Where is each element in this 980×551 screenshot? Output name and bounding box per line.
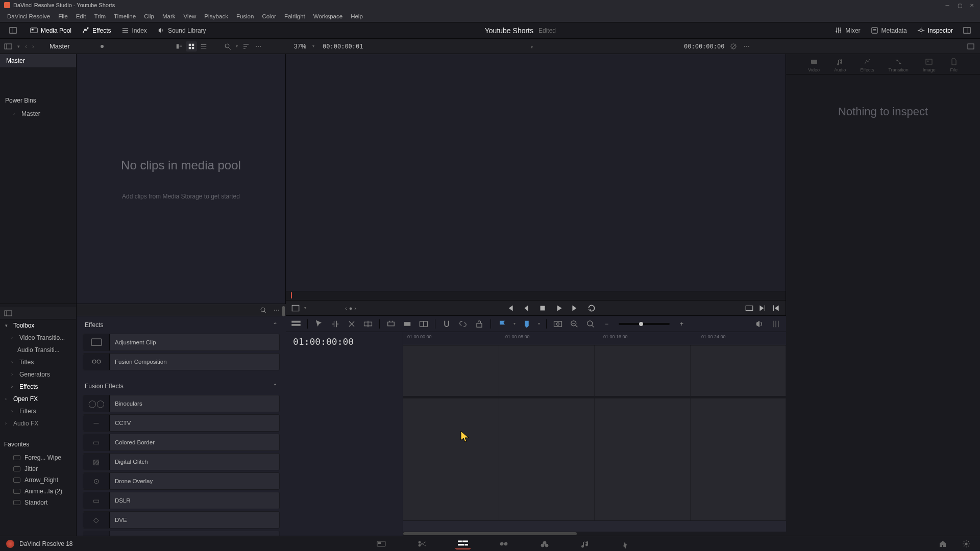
- page-fairlight[interactable]: [578, 538, 593, 549]
- blade-tool[interactable]: [363, 319, 373, 329]
- fav-item-2[interactable]: Arrow_Right: [0, 474, 76, 486]
- view-thumbnail-button[interactable]: [186, 41, 197, 52]
- menu-file[interactable]: File: [54, 13, 72, 19]
- page-edit[interactable]: [455, 538, 471, 549]
- menu-color[interactable]: Color: [258, 13, 280, 19]
- search-icon[interactable]: [224, 42, 232, 51]
- timeline-options-icon[interactable]: [771, 319, 781, 329]
- viewer-tc-left[interactable]: 00:00:00:01: [323, 43, 363, 50]
- inspector-tab-file[interactable]: File: [950, 58, 958, 72]
- layout-right-button[interactable]: [959, 24, 975, 36]
- go-end-button[interactable]: [571, 304, 580, 313]
- cat-generators[interactable]: ›Generators: [0, 368, 76, 381]
- zoom-out-button[interactable]: −: [605, 320, 608, 328]
- inspector-tab-audio[interactable]: Audio: [834, 58, 846, 72]
- metadata-button[interactable]: Metadata: [867, 24, 911, 36]
- index-button[interactable]: Index: [117, 24, 151, 36]
- match-frame-button[interactable]: [745, 304, 754, 313]
- flag-button[interactable]: [497, 319, 507, 329]
- menu-fusion[interactable]: Fusion: [232, 13, 258, 19]
- go-start-button[interactable]: [505, 304, 514, 313]
- zoom-slider[interactable]: [619, 323, 670, 325]
- effect-cctv[interactable]: ─CCTV: [83, 414, 280, 432]
- link-button[interactable]: [458, 319, 468, 329]
- fav-item-1[interactable]: Jitter: [0, 463, 76, 474]
- menu-clip[interactable]: Clip: [140, 13, 158, 19]
- effects-search-icon[interactable]: [259, 306, 267, 314]
- cat-effects[interactable]: ›Effects: [0, 381, 76, 393]
- media-pool[interactable]: No clips in media pool Add clips from Me…: [77, 54, 286, 304]
- cat-filters[interactable]: ›Filters: [0, 405, 76, 417]
- viewer-scrubber[interactable]: [286, 291, 786, 300]
- zoom-in-button[interactable]: +: [680, 320, 683, 328]
- options-icon[interactable]: ⋯: [254, 42, 262, 51]
- timeline-view-button[interactable]: [291, 319, 301, 329]
- menu-davinci[interactable]: DaVinci Resolve: [3, 13, 54, 19]
- page-deliver[interactable]: [619, 538, 634, 549]
- selection-tool[interactable]: [314, 319, 324, 329]
- mute-button[interactable]: [754, 319, 765, 329]
- snap-button[interactable]: [442, 319, 452, 329]
- safe-area-button[interactable]: [291, 304, 300, 313]
- settings-button[interactable]: [959, 538, 974, 549]
- prev-edit-icon[interactable]: ‹: [345, 305, 347, 311]
- lock-button[interactable]: [474, 319, 484, 329]
- insert-clip-button[interactable]: [386, 319, 396, 329]
- sort-icon[interactable]: [242, 42, 250, 51]
- page-cut[interactable]: [414, 538, 430, 549]
- inspector-tab-image[interactable]: Image: [923, 58, 936, 72]
- menu-trim[interactable]: Trim: [90, 13, 110, 19]
- cat-video-transitions[interactable]: ›Video Transitio...: [0, 332, 76, 344]
- cat-toolbox[interactable]: ▾Toolbox: [0, 319, 76, 332]
- effect-dve[interactable]: ◇DVE: [83, 511, 280, 529]
- effect-digital-glitch[interactable]: ▨Digital Glitch: [83, 453, 280, 470]
- effects-scrollbar[interactable]: [282, 304, 285, 536]
- bin-path[interactable]: Master: [50, 42, 70, 50]
- effects-panel-toggle-icon[interactable]: [4, 309, 12, 317]
- marker-button[interactable]: [522, 319, 532, 329]
- stop-button[interactable]: [538, 304, 547, 313]
- menu-help[interactable]: Help: [347, 13, 367, 19]
- viewer-options-icon[interactable]: ⋯: [743, 42, 751, 51]
- inspector-button[interactable]: Inspector: [913, 24, 957, 36]
- effects-group-1[interactable]: Effects⌃: [83, 318, 280, 332]
- viewer-zoom[interactable]: 37%: [294, 43, 306, 50]
- cat-openfx[interactable]: ›Open FX: [0, 393, 76, 405]
- next-edit-icon[interactable]: ›: [354, 305, 356, 311]
- home-button[interactable]: [935, 538, 950, 549]
- effect-fusion-composition[interactable]: Fusion Composition: [83, 353, 280, 370]
- overwrite-clip-button[interactable]: [402, 319, 412, 329]
- page-fusion[interactable]: [496, 538, 511, 549]
- effect-drone-overlay[interactable]: ⊙Drone Overlay: [83, 472, 280, 490]
- menu-playback[interactable]: Playback: [200, 13, 232, 19]
- dynamic-trim-tool[interactable]: [347, 319, 357, 329]
- minimize-button[interactable]: ─: [943, 1, 951, 9]
- overwrite-button[interactable]: [771, 304, 780, 313]
- timeline-timecode[interactable]: 01:00:00:00: [286, 332, 403, 351]
- effects-group-2[interactable]: Fusion Effects⌃: [83, 380, 280, 393]
- zoom-detail-button[interactable]: [569, 319, 579, 329]
- effect-adjustment-clip[interactable]: Adjustment Clip: [83, 334, 280, 351]
- sound-library-button[interactable]: Sound Library: [153, 24, 210, 36]
- viewer-canvas[interactable]: [286, 54, 786, 291]
- timeline-tracks[interactable]: 01:00:00:00 01:00:08:00 01:00:16:00 01:0…: [403, 332, 786, 536]
- expand-icon[interactable]: [967, 42, 975, 51]
- menu-fairlight[interactable]: Fairlight: [280, 13, 309, 19]
- zoom-fit-button[interactable]: [553, 319, 563, 329]
- bin-master[interactable]: Master: [0, 54, 76, 67]
- maximize-button[interactable]: ▢: [955, 1, 964, 9]
- cat-titles[interactable]: ›Titles: [0, 356, 76, 368]
- mixer-button[interactable]: Mixer: [830, 24, 864, 36]
- cat-audio-transitions[interactable]: Audio Transiti...: [0, 344, 76, 356]
- timeline-ruler[interactable]: 01:00:00:00 01:00:08:00 01:00:16:00 01:0…: [403, 332, 786, 345]
- close-button[interactable]: ✕: [968, 1, 976, 9]
- viewer-tc-right[interactable]: 00:00:00:00: [684, 43, 724, 50]
- cat-audiofx[interactable]: ›Audio FX: [0, 417, 76, 430]
- replace-clip-button[interactable]: [419, 319, 429, 329]
- layout-toggle-button[interactable]: [5, 24, 21, 36]
- inspector-tab-transition[interactable]: Transition: [889, 58, 909, 72]
- menu-edit[interactable]: Edit: [72, 13, 90, 19]
- fav-item-3[interactable]: Animie...la (2): [0, 486, 76, 497]
- effect-colored-border[interactable]: ▭Colored Border: [83, 434, 280, 451]
- sidebar-toggle-icon[interactable]: [4, 42, 12, 51]
